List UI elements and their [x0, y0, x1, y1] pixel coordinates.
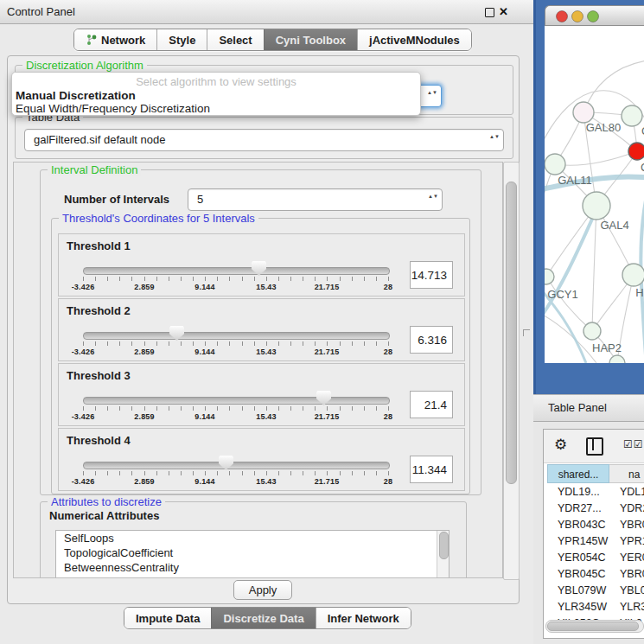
tab-infer-network[interactable]: Infer Network — [316, 608, 411, 628]
attributes-scrollbar[interactable] — [437, 531, 449, 577]
list-item-selfloops[interactable]: SelfLoops — [56, 531, 449, 545]
dropdown-item-equal-width-frequency[interactable]: Equal Width/Frequency Discretization — [16, 102, 210, 115]
zoom-window-icon[interactable] — [588, 11, 599, 22]
tick-label: 21.715 — [315, 477, 340, 486]
tick-label: 15.43 — [256, 477, 277, 486]
tab-style[interactable]: Style — [156, 29, 207, 50]
divider-resize-handle[interactable] — [523, 329, 530, 336]
minimize-window-icon[interactable] — [572, 11, 583, 22]
threshold-3-label: Threshold 3 — [67, 369, 131, 382]
threshold-2-value-field[interactable]: 6.316 — [410, 326, 453, 354]
threshold-2-slider-track[interactable] — [83, 332, 390, 340]
table-horizontal-scrollbar[interactable] — [545, 620, 644, 633]
threshold-4-label: Threshold 4 — [67, 434, 131, 447]
table-row[interactable]: YDR27...YDR2 — [544, 501, 644, 517]
node-selected-red[interactable] — [628, 143, 644, 160]
cell: YBR0 — [620, 517, 644, 533]
traffic-light-buttons — [545, 6, 606, 27]
column-header-shared-name[interactable]: shared... — [547, 464, 609, 483]
threshold-3-slider-track[interactable] — [83, 397, 390, 405]
stepper-icon: ▲▼ — [427, 89, 434, 103]
threshold-1-slider-track[interactable] — [83, 267, 390, 275]
number-of-intervals-value: 5 — [197, 189, 203, 210]
table-row[interactable]: YBR043CYBR0 — [544, 517, 644, 533]
tab-impute-data[interactable]: Impute Data — [124, 608, 211, 628]
tick-marks — [83, 406, 390, 411]
threshold-1-label: Threshold 1 — [67, 239, 131, 252]
tick-label: 28 — [384, 477, 392, 486]
tab-network[interactable]: Network — [74, 29, 156, 50]
tab-cyni-toolbox[interactable]: Cyni Toolbox — [264, 29, 357, 50]
label-gal4: GAL4 — [600, 219, 628, 232]
select-columns-icons[interactable]: ☑☑ — [623, 438, 644, 450]
node-top-right[interactable] — [622, 105, 642, 126]
float-panel-icon[interactable] — [485, 8, 494, 17]
table-row[interactable]: YBL079WYBL0 — [544, 583, 644, 599]
network-view-window: GAL80 G C GAL11 GAL4 GCY1 H HAP2 — [533, 0, 644, 394]
label-gal80: GAL80 — [586, 121, 621, 134]
node-gal4[interactable] — [583, 192, 610, 220]
tick-label: 2.859 — [134, 412, 155, 421]
node-gal80[interactable] — [573, 102, 594, 123]
node-h[interactable] — [622, 264, 644, 286]
table-horizontal-scrollbar-thumb[interactable] — [547, 622, 639, 631]
close-window-icon[interactable] — [557, 11, 568, 22]
tick-label: -3.426 — [72, 477, 95, 486]
node-gal11[interactable] — [545, 154, 565, 175]
tick-label: 28 — [384, 348, 392, 356]
node-hap2[interactable] — [583, 322, 601, 340]
cell: YBL0 — [620, 583, 644, 599]
list-item-betweennesscentrality[interactable]: BetweennessCentrality — [56, 560, 449, 575]
tab-select[interactable]: Select — [207, 29, 263, 50]
threshold-2-label: Threshold 2 — [67, 304, 131, 317]
table-toolbar: ⚙ ☑☑ — [544, 430, 644, 463]
dropdown-item-manual-discretization[interactable]: Manual Discretization — [16, 89, 136, 102]
cell: YBR0 — [620, 566, 644, 583]
split-columns-icon[interactable] — [586, 437, 603, 456]
label-hap2: HAP2 — [592, 341, 622, 354]
list-item-topologicalcoefficient[interactable]: TopologicalCoefficient — [56, 545, 449, 560]
tick-label: 9.144 — [194, 348, 215, 356]
table-row[interactable]: YPR145WYPR1 — [544, 533, 644, 550]
tick-label: -3.426 — [72, 348, 95, 356]
tick-marks — [83, 341, 390, 346]
threshold-3-value-field[interactable]: 21.4 — [410, 391, 453, 418]
network-canvas[interactable]: GAL80 G C GAL11 GAL4 GCY1 H HAP2 — [545, 26, 644, 363]
node-bottom[interactable] — [609, 355, 625, 363]
tab-discretize-data[interactable]: Discretize Data — [211, 608, 315, 628]
cell: YPR1 — [620, 533, 644, 550]
cell: YDL1 — [620, 484, 644, 501]
threshold-4-slider-track[interactable] — [83, 462, 390, 469]
tab-cyni-toolbox-label: Cyni Toolbox — [276, 34, 346, 47]
threshold-4-value-field[interactable]: 11.344 — [410, 456, 453, 483]
number-of-intervals-combobox[interactable]: 5 ▲▼ — [188, 188, 443, 211]
apply-button[interactable]: Apply — [233, 580, 292, 600]
main-scrollbar[interactable] — [503, 162, 520, 580]
close-panel-icon[interactable]: ✕ — [499, 4, 508, 20]
table-row[interactable]: YER054CYER0 — [544, 550, 644, 566]
label-gcy1: GCY1 — [547, 288, 577, 301]
table-row[interactable]: YBR045CYBR0 — [544, 566, 644, 583]
threshold-1-panel: Threshold 1 -3.426 2.859 9.144 15.43 21.… — [58, 233, 465, 296]
table-data-combobox[interactable]: galFiltered.sif default node ▲▼ — [24, 129, 504, 151]
interval-definition-group: Interval Definition Number of Intervals … — [40, 169, 481, 495]
table-row[interactable]: YLR345WYLR3 — [544, 599, 644, 615]
network-window-titlebar[interactable] — [545, 5, 644, 26]
table-row[interactable]: YDL19...YDL1 — [544, 484, 644, 501]
cell: YER054C — [558, 550, 606, 566]
tick-marks — [83, 471, 390, 475]
node-gcy1[interactable] — [545, 269, 554, 284]
column-header-name-label: na — [628, 465, 640, 484]
number-of-intervals-label: Number of Intervals — [64, 193, 169, 206]
node-table-container: ⚙ ☑☑ shared... na YDL19...YDL1 YDR27...Y… — [543, 429, 644, 639]
gear-icon[interactable]: ⚙ — [554, 436, 567, 454]
algorithm-placeholder: Select algorithm to view settings — [12, 75, 420, 88]
threshold-1-value-field[interactable]: 14.713 — [410, 261, 453, 289]
column-header-name[interactable]: na — [609, 464, 644, 483]
main-scrollbar-thumb[interactable] — [506, 182, 517, 484]
tick-label: 9.144 — [194, 412, 215, 421]
tab-jactivemnodules[interactable]: jActiveMNodules — [357, 29, 471, 50]
stepper-icon: ▲▼ — [489, 133, 496, 147]
tick-label: 2.859 — [134, 477, 155, 486]
tab-style-label: Style — [169, 34, 195, 47]
